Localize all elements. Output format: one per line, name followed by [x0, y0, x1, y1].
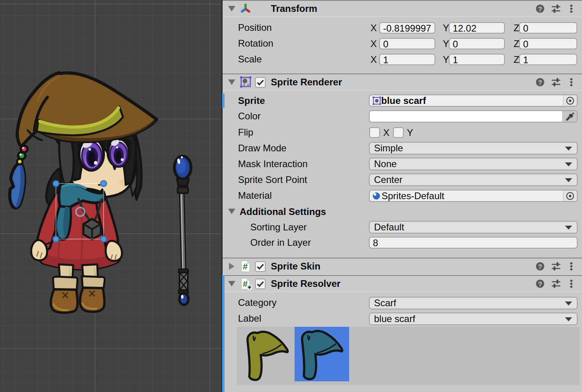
svg-text:?: ? [538, 263, 542, 271]
svg-text:?: ? [538, 79, 542, 87]
svg-text:?: ? [538, 6, 542, 13]
svg-text:?: ? [538, 281, 542, 288]
svg-text:#: # [243, 262, 248, 271]
